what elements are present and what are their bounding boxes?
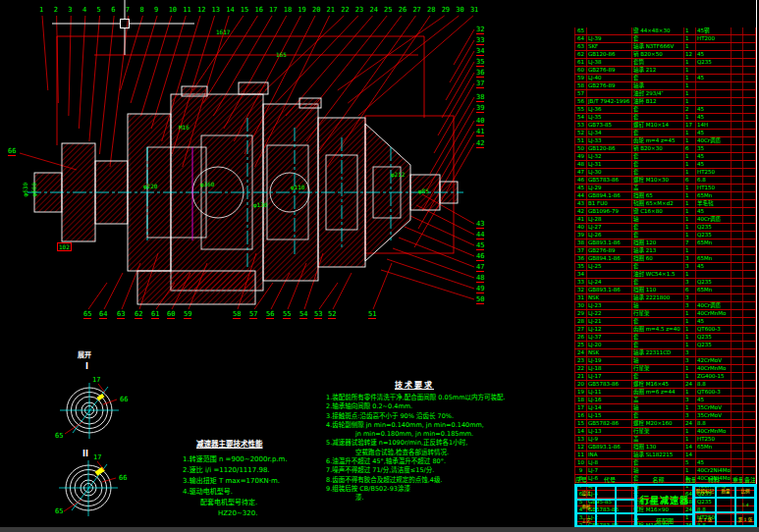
table-cell	[743, 185, 756, 191]
table-cell: 40Cr调质	[696, 216, 732, 223]
table-cell: 1	[684, 75, 696, 81]
table-cell: 套	[632, 161, 684, 168]
callout-number: 54	[299, 310, 307, 319]
table-row: 48LJ-31套145	[574, 161, 756, 169]
callout-number: 31	[470, 6, 478, 14]
table-cell: 21	[574, 373, 587, 380]
table-cell: 22	[574, 365, 587, 372]
table-cell: 挡圈 60	[632, 255, 684, 262]
table-cell: 61	[574, 59, 587, 66]
table-cell	[743, 271, 756, 278]
table-cell: 2	[684, 106, 696, 113]
table-cell: 套	[632, 75, 684, 81]
table-cell: 41	[574, 216, 587, 223]
table-row: 14LJ-13行星架140CrMnMo	[574, 428, 756, 436]
callout-number: 64	[99, 310, 107, 319]
table-row: 32GB893.1-86挡圈 110665Mn	[574, 287, 756, 294]
table-cell: 39	[574, 232, 587, 239]
table-cell: GB120-86	[587, 145, 632, 152]
table-cell: LJ-38	[587, 59, 632, 66]
table-cell: 1	[684, 436, 696, 443]
table-cell	[732, 428, 743, 435]
table-cell: 19	[574, 389, 587, 396]
table-cell	[743, 452, 756, 458]
callout-number: 10	[169, 6, 177, 14]
callout-number: 65	[55, 432, 63, 440]
table-cell: 31	[574, 294, 587, 301]
table-cell: 1	[684, 153, 696, 160]
table-cell	[732, 98, 743, 105]
table-cell: 52	[574, 130, 587, 136]
performance-title: 减速器主要技术性能	[196, 438, 330, 449]
dimension-label: φ85	[418, 187, 429, 194]
table-cell: 10	[574, 459, 587, 466]
callout-number: 20	[312, 6, 320, 14]
dimension-label: 102	[57, 242, 72, 251]
table-cell: 行星架	[632, 310, 684, 317]
table-cell: 1	[684, 467, 696, 474]
table-cell: LJ-36	[587, 106, 632, 113]
table-cell	[743, 43, 756, 50]
table-cell: 45	[696, 263, 732, 270]
table-row: 36GB894.1-86挡圈 60365Mn	[574, 255, 756, 263]
table-cell: 1	[684, 98, 696, 105]
callout-number: 66	[120, 396, 128, 403]
table-row: 59LJ-40套145	[574, 75, 756, 82]
table-cell: 1	[684, 137, 696, 144]
table-cell: 46	[574, 177, 587, 184]
callout-number: 28	[427, 6, 435, 14]
table-cell	[743, 294, 756, 301]
table-cell: 51	[574, 137, 587, 144]
table-row: 61LJ-38套筒1Q235	[574, 59, 756, 67]
table-cell	[732, 279, 743, 286]
title-block-field	[616, 513, 635, 527]
table-cell: 盖	[632, 436, 684, 443]
table-row: 18LJ-16盖345	[574, 397, 756, 404]
table-cell: Q235	[696, 59, 732, 66]
table-row: 29LJ-22行星架140CrMnMo	[574, 310, 756, 318]
table-cell: 螺钉 M10×14	[632, 122, 684, 129]
technical-note-line: 2.轴承轴向间隙 0.2~0.4mm.	[326, 402, 503, 411]
title-block: 设计审核工艺 行星减速器 装配图 阶段标记质量比例1:4共 1 张第 1 张	[574, 484, 757, 527]
table-cell	[743, 82, 756, 89]
table-cell: 套	[632, 318, 684, 325]
callout-number: 11	[183, 6, 190, 14]
table-cell	[743, 192, 756, 199]
table-cell: 35CrMoV	[696, 404, 732, 411]
table-cell	[696, 90, 732, 97]
table-row: 16LJ-15套335CrMoV	[574, 412, 756, 420]
table-cell: 35CrMoV	[696, 412, 732, 419]
table-cell	[732, 452, 743, 458]
callout-number: 65	[55, 507, 63, 515]
callout-number: 3	[68, 6, 72, 14]
table-cell: 40CrMnMo	[696, 365, 732, 372]
table-cell	[732, 349, 743, 356]
table-cell	[732, 67, 743, 74]
cad-drawing-canvas[interactable]: 1234567891011121314151617181920212223242…	[0, 0, 759, 532]
table-cell: 53	[574, 122, 587, 129]
table-cell	[743, 224, 756, 231]
table-cell: 26	[574, 334, 587, 341]
table-cell: LJ-18	[587, 365, 632, 372]
callout-number: 8	[139, 6, 143, 14]
table-row: 55LJ-36套245	[574, 106, 756, 114]
title-block-field	[694, 498, 716, 512]
title-block-field	[716, 498, 735, 512]
title-block-field: 比例	[735, 486, 755, 498]
callout-number: 25	[384, 6, 392, 14]
table-cell: 45	[696, 114, 732, 121]
table-cell: 油封 293/4″	[632, 90, 684, 97]
table-cell: LJ-37	[587, 334, 632, 341]
table-cell: 套	[632, 106, 684, 113]
table-cell: 45	[696, 130, 732, 136]
table-cell: 45	[696, 208, 732, 215]
table-row: 22LJ-18行星架140CrMnMo	[574, 365, 756, 373]
table-cell: LJ-21	[587, 318, 632, 325]
callout-number: 15	[241, 6, 248, 14]
table-cell: 3	[684, 294, 696, 301]
table-row: 54LJ-35套145	[574, 114, 756, 122]
table-cell: LJ-7	[587, 467, 632, 474]
table-cell: 轴	[632, 302, 684, 309]
table-cell: 13	[574, 436, 587, 443]
performance-line: HZ20~320.	[183, 508, 330, 519]
